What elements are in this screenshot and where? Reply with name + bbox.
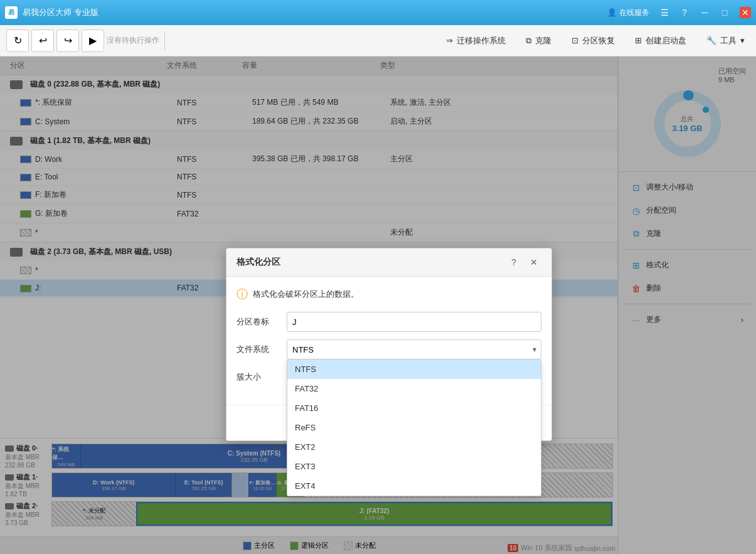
warning-icon: ⓘ bbox=[237, 287, 248, 302]
table-row[interactable]: * 未分配 bbox=[0, 223, 617, 242]
disk-segment[interactable]: *: 系统保… 549 MB bbox=[52, 444, 80, 468]
clone-action-label: 克隆 bbox=[646, 228, 661, 239]
part-0-0-name: *: 系统保留 bbox=[20, 97, 177, 108]
partition-recovery-button[interactable]: ⊡ 分区恢复 bbox=[567, 33, 620, 49]
part-1-4-type: 未分配 bbox=[390, 227, 607, 238]
legend-primary: 主分区 bbox=[243, 541, 275, 550]
partition-label-row: 分区卷标 bbox=[237, 312, 541, 332]
disk-segment[interactable] bbox=[232, 473, 248, 497]
clone-toolbar-button[interactable]: ⧉ 克隆 bbox=[521, 33, 556, 49]
create-bootdisk-button[interactable]: ⊞ 创建启动盘 bbox=[630, 33, 691, 49]
titlebar-left: 易 易我分区大师 专业版 bbox=[5, 6, 98, 19]
disk-segment[interactable]: D: Work (NTFS) 398.17 GB bbox=[52, 473, 175, 497]
part-0-1-fs: NTFS bbox=[177, 117, 252, 126]
filesystem-row: 文件系统 NTFS FAT32 FAT16 ReFS EXT2 EXT3 EXT… bbox=[237, 339, 541, 360]
part-1-3-name: G: 新加卷 bbox=[20, 208, 177, 219]
format-button[interactable]: ⊞ 格式化 bbox=[624, 255, 751, 275]
more-chevron-icon: › bbox=[741, 316, 743, 324]
action-separator bbox=[624, 249, 751, 250]
filesystem-select[interactable]: NTFS FAT32 FAT16 ReFS EXT2 EXT3 EXT4 bbox=[287, 339, 541, 360]
dropdown-item-fat32[interactable]: FAT32 bbox=[287, 379, 541, 398]
col-filesystem: 文件系统 bbox=[167, 60, 242, 71]
table-row[interactable]: *: 系统保留 NTFS 517 MB 已用，共 549 MB 系统, 激活, … bbox=[0, 93, 617, 112]
modal-header-buttons: ? ✕ bbox=[506, 255, 541, 270]
partition-label-label: 分区卷标 bbox=[237, 316, 287, 328]
part-1-3-fs: FAT32 bbox=[177, 210, 252, 218]
table-row[interactable]: F: 新加卷 NTFS bbox=[0, 186, 617, 205]
help-icon[interactable]: ? bbox=[679, 8, 689, 18]
col-partition: 分区 bbox=[10, 60, 167, 71]
modal-close-button[interactable]: ✕ bbox=[526, 255, 541, 270]
partition-label-input[interactable] bbox=[287, 312, 541, 332]
format-icon: ⊞ bbox=[631, 260, 641, 270]
dropdown-item-ext2[interactable]: EXT2 bbox=[287, 437, 541, 457]
dropdown-item-ext4[interactable]: EXT4 bbox=[287, 476, 541, 496]
disk-group-0: 磁盘 0 (232.88 GB, 基本盘, MBR 磁盘) *: 系统保留 NT… bbox=[0, 75, 617, 132]
table-row[interactable]: E: Tool NTFS bbox=[0, 169, 617, 186]
format-label: 格式化 bbox=[646, 260, 669, 270]
refresh-button[interactable]: ↻ bbox=[6, 29, 29, 52]
delete-label: 删除 bbox=[646, 283, 661, 294]
part-2-0-name: * bbox=[20, 266, 177, 275]
legend-primary-color bbox=[243, 541, 252, 550]
table-row[interactable]: C: System NTFS 189.64 GB 已用，共 232.35 GB … bbox=[0, 112, 617, 131]
disk-segment[interactable]: E: Tool (NTFS) 781.25 GB bbox=[175, 473, 231, 497]
disk-bar-2: *: 未分配 558 MB J: (FAT32) 3.19 GB bbox=[51, 501, 613, 526]
dropdown-item-ntfs[interactable]: NTFS bbox=[287, 360, 541, 379]
delete-button[interactable]: 🗑 删除 bbox=[624, 278, 751, 299]
redo-button[interactable]: ↪ bbox=[56, 29, 79, 52]
allocate-icon: ◷ bbox=[631, 206, 641, 216]
part-1-2-fs: NTFS bbox=[177, 191, 252, 200]
app-title: 易我分区大师 专业版 bbox=[23, 7, 98, 18]
more-icon: ··· bbox=[631, 315, 641, 325]
play-button[interactable]: ▶ bbox=[82, 29, 104, 52]
tools-chevron-icon: ▾ bbox=[740, 36, 745, 45]
close-button[interactable]: ✕ bbox=[740, 7, 751, 18]
modal-body: ⓘ 格式化会破坏分区上的数据。 分区卷标 文件系统 NTFS FAT32 FAT… bbox=[226, 277, 551, 405]
legend-logical: 逻辑分区 bbox=[290, 541, 329, 550]
part-1-0-type: 主分区 bbox=[390, 154, 607, 164]
delete-icon: 🗑 bbox=[631, 284, 641, 294]
clone-action-button[interactable]: ⧉ 克隆 bbox=[624, 223, 751, 244]
recovery-icon: ⊡ bbox=[572, 36, 578, 45]
table-row[interactable]: D: Work NTFS 395.38 GB 已用，共 398.17 GB 主分… bbox=[0, 150, 617, 169]
dropdown-item-fat16[interactable]: FAT16 bbox=[287, 398, 541, 418]
donut-center: 总共 3.19 GB bbox=[672, 115, 702, 133]
donut-chart: 总共 3.19 GB bbox=[650, 86, 725, 161]
undo-button[interactable]: ↩ bbox=[31, 29, 54, 52]
table-row[interactable]: G: 新加卷 FAT32 bbox=[0, 205, 617, 223]
migrate-os-button[interactable]: ⇒ 迁移操作系统 bbox=[441, 33, 511, 49]
menu-icon[interactable]: ☰ bbox=[659, 8, 669, 18]
part-1-0-name: D: Work bbox=[20, 155, 177, 164]
part-1-1-fs: NTFS bbox=[177, 173, 252, 181]
person-icon: 👤 bbox=[607, 8, 617, 17]
minimize-button[interactable]: ─ bbox=[700, 8, 710, 18]
toolbar: ↻ ↩ ↪ ▶ 没有待执行操作 ⇒ 迁移操作系统 ⧉ 克隆 ⊡ 分区恢复 ⊞ 创… bbox=[0, 25, 756, 56]
filesystem-dropdown: NTFS FAT32 FAT16 ReFS EXT2 EXT3 EXT4 bbox=[287, 360, 541, 496]
cluster-size-label: 簇大小 bbox=[237, 371, 287, 383]
legend-logical-label: 逻辑分区 bbox=[301, 541, 329, 550]
part-2-1-name: J: bbox=[20, 284, 177, 292]
disk-map-label-0: 磁盘 0· 基本盘 MBR232.88 GB bbox=[5, 444, 49, 469]
action-buttons: ⊡ 调整大小/移动 ◷ 分配空间 ⧉ 克隆 ⊞ 格式化 🗑 删除 ·· bbox=[619, 172, 756, 335]
bootdisk-icon: ⊞ bbox=[635, 36, 642, 45]
tools-button[interactable]: 🔧 工具 ▾ bbox=[701, 33, 750, 49]
resize-button[interactable]: ⊡ 调整大小/移动 bbox=[624, 177, 751, 198]
dropdown-item-ext3[interactable]: EXT3 bbox=[287, 457, 541, 476]
watermark: 10 Win 10 系统家园 qdhuajin.com bbox=[508, 543, 615, 553]
toolbar-actions: ⇒ 迁移操作系统 ⧉ 克隆 ⊡ 分区恢复 ⊞ 创建启动盘 🔧 工具 ▾ bbox=[441, 33, 750, 49]
disk-segment[interactable]: J: (FAT32) 3.19 GB bbox=[136, 502, 612, 526]
more-button[interactable]: ··· 更多 › bbox=[624, 309, 751, 330]
disk-map-label-2: 磁盘 2· 基本盘 MBR3.73 GB bbox=[5, 501, 49, 526]
modal-help-button[interactable]: ? bbox=[506, 255, 521, 270]
part-0-1-type: 启动, 主分区 bbox=[390, 116, 607, 127]
disk-chart: 已用空间 9 MB 总共 3.19 GB bbox=[619, 56, 756, 172]
online-service[interactable]: 👤 在线服务 bbox=[607, 8, 649, 18]
resize-icon: ⊡ bbox=[631, 183, 641, 193]
disk-segment[interactable]: *: 未分配 558 MB bbox=[52, 502, 136, 526]
dropdown-item-refs[interactable]: ReFS bbox=[287, 418, 541, 437]
no-pending-label: 没有待执行操作 bbox=[107, 35, 159, 46]
allocate-button[interactable]: ◷ 分配空间 bbox=[624, 200, 751, 221]
maximize-button[interactable]: □ bbox=[720, 8, 730, 18]
disk-segment[interactable]: F: 新加卷… 10.00 GB bbox=[248, 473, 277, 497]
